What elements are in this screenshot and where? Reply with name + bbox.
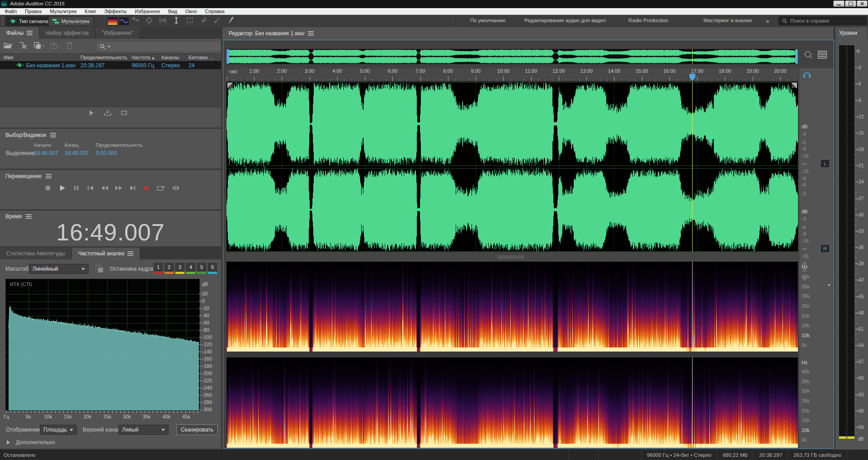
overview-scrollbar[interactable]	[226, 49, 798, 64]
spectrogram-right[interactable]	[226, 357, 798, 448]
column-header[interactable]: Продолжительность	[80, 55, 127, 60]
hold-frame-button[interactable]: 3	[175, 263, 184, 271]
workspace-overflow-button[interactable]: »	[766, 18, 769, 24]
panel-menu-icon[interactable]	[26, 214, 32, 219]
menu-item[interactable]: Файл	[5, 9, 17, 14]
zoom-icon[interactable]	[803, 50, 813, 59]
workspace-button[interactable]: Radio Production	[628, 18, 668, 23]
workspace-button[interactable]: Редактирование аудио для видео	[524, 18, 606, 23]
pause-button[interactable]	[71, 184, 81, 192]
maximize-button[interactable]	[845, 0, 856, 7]
record-button[interactable]	[142, 184, 151, 192]
file-row[interactable]: Без названия 1.wav 20:38.297 96000 Гц Ст…	[0, 61, 221, 69]
tab-files[interactable]: Файлы	[0, 27, 39, 39]
menu-item[interactable]: Справка	[205, 9, 225, 14]
selection-value[interactable]: 0:00.000	[96, 150, 117, 156]
menu-item[interactable]: Избранное	[135, 9, 160, 14]
trash-icon[interactable]	[66, 42, 73, 50]
tab-frequency-analysis[interactable]: Частотный анализ	[72, 248, 140, 259]
help-search-input[interactable]: Поиск в справке	[778, 16, 867, 25]
headphones-icon[interactable]	[803, 71, 811, 78]
selection-value[interactable]: 16:49.007	[34, 150, 58, 156]
overview-left-handle[interactable]	[226, 49, 229, 64]
column-header[interactable]: Битовая ...	[189, 55, 213, 60]
panel-menu-icon[interactable]	[50, 133, 56, 137]
import-file-icon[interactable]	[18, 42, 28, 50]
menu-item[interactable]: Клип	[85, 9, 96, 14]
skip-to-end-button[interactable]	[127, 184, 137, 192]
lasso-selection-tool-icon[interactable]	[200, 17, 207, 24]
export-icon[interactable]	[104, 109, 112, 116]
panel-menu-icon[interactable]	[27, 31, 33, 35]
timeline-ruler[interactable]: чмс 1:002:003:004:005:006:007:008:009:00…	[226, 68, 798, 81]
tab-amplitude-statistics[interactable]: Статистика Амплитуды	[0, 248, 72, 259]
spectrogram-left[interactable]	[226, 262, 798, 352]
column-header[interactable]: Частота ▲	[132, 55, 155, 60]
play-file-icon[interactable]	[88, 110, 94, 116]
column-header[interactable]: Каналы	[161, 55, 179, 60]
panel-menu-icon[interactable]	[46, 174, 52, 178]
hold-frame-button[interactable]: 6	[208, 263, 217, 271]
stop-button[interactable]	[43, 184, 53, 192]
channel-badge[interactable]: L	[821, 160, 829, 167]
waveform-playhead[interactable]	[692, 82, 693, 252]
open-file-icon[interactable]	[4, 42, 13, 50]
workspace-button[interactable]: Мастеринг и анализ	[703, 18, 752, 23]
time-display[interactable]: 16:49.007	[0, 219, 221, 246]
time-selection-tool-icon[interactable]	[173, 17, 180, 24]
advanced-toggle[interactable]: Дополнительно	[7, 439, 55, 446]
view-divider[interactable]	[226, 252, 798, 263]
display-dropdown[interactable]: Площадь	[40, 425, 77, 435]
overview-right-handle[interactable]	[795, 49, 798, 64]
top-channel-dropdown[interactable]: Левый	[118, 425, 169, 435]
chevron-down-icon[interactable]	[828, 285, 830, 286]
corner-handle-left[interactable]	[227, 83, 233, 88]
menu-item[interactable]: Правка	[25, 9, 42, 14]
tab-levels[interactable]: Уровни	[835, 27, 868, 39]
scan-button[interactable]: Сканировать	[176, 424, 218, 435]
panel-menu-icon[interactable]	[127, 251, 133, 256]
healing-brush-tool-icon[interactable]	[227, 17, 234, 24]
menu-item[interactable]: Окно	[185, 9, 197, 14]
menu-item[interactable]: Мультитрек	[50, 9, 76, 14]
files-table-header[interactable]: ИмяПродолжительностьЧастота ▲КаналыБитов…	[0, 53, 221, 61]
loop-playback-button[interactable]	[156, 184, 166, 192]
fast-forward-button[interactable]	[113, 184, 123, 192]
copy-frame-icon[interactable]	[95, 264, 104, 273]
move-tool-icon[interactable]	[132, 17, 139, 24]
razor-tool-icon[interactable]	[146, 17, 153, 24]
waveform-view-button[interactable]: Тип сигнала	[5, 16, 52, 26]
selection-value[interactable]: 16:49.007	[65, 150, 89, 156]
pencil-tool-icon[interactable]	[213, 17, 221, 24]
minimize-button[interactable]	[833, 0, 844, 7]
tab-effects-rack[interactable]: Набор эффектов	[39, 27, 95, 39]
rewind-button[interactable]	[99, 184, 109, 192]
slip-tool-icon[interactable]	[159, 17, 166, 24]
hold-frame-button[interactable]: 4	[186, 263, 195, 271]
hold-frame-button[interactable]: 5	[197, 263, 206, 271]
tab-favorites[interactable]: "Избранное"	[95, 27, 140, 39]
channel-badge[interactable]: R	[821, 245, 829, 252]
divider-grip[interactable]	[498, 255, 525, 259]
display-settings-icon[interactable]	[818, 51, 827, 59]
play-button[interactable]	[57, 184, 67, 192]
workspace-button[interactable]: По умолчанию	[470, 18, 505, 23]
save-icon[interactable]	[50, 42, 61, 50]
loop-playback-icon[interactable]	[121, 110, 129, 116]
level-meter[interactable]	[839, 45, 854, 436]
skip-selection-button[interactable]	[170, 184, 181, 192]
menu-item[interactable]: Эффекты	[104, 9, 127, 14]
spectral-display-toggle[interactable]	[108, 17, 118, 25]
hold-frame-button[interactable]: 2	[165, 263, 174, 271]
tab-editor[interactable]: Редактор: Без названия 1.wav	[222, 27, 834, 40]
new-item-icon[interactable]	[33, 42, 44, 50]
corner-handle-right[interactable]	[792, 83, 797, 88]
panel-menu-icon[interactable]	[308, 31, 314, 36]
multitrack-view-button[interactable]: Мультитрек	[48, 16, 94, 26]
column-header[interactable]: Имя	[4, 55, 13, 60]
hold-frame-button[interactable]: 1	[154, 263, 163, 271]
skip-to-start-button[interactable]	[85, 184, 95, 192]
scale-dropdown[interactable]: Линейный	[29, 264, 89, 274]
files-search-input[interactable]	[97, 42, 221, 51]
close-button[interactable]: ✕	[857, 0, 868, 7]
